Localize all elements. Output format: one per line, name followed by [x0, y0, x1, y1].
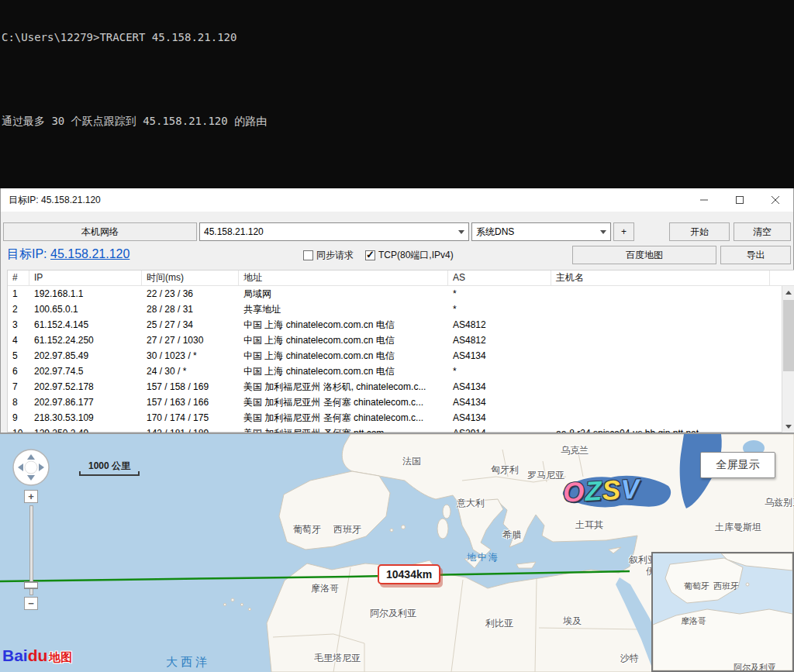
sea-label: 大西洋	[166, 655, 210, 670]
target-ip-label: 目标IP:	[7, 247, 47, 260]
minimap-label: 阿尔及利亚	[734, 662, 776, 672]
terminal-line: 通过最多 30 个跃点跟踪到 45.158.21.120 的路由	[2, 114, 794, 128]
screen: C:\Users\12279>TRACERT 45.158.21.120 通过最…	[0, 0, 794, 672]
ozsv-watermark: OZSV	[562, 473, 640, 508]
table-row[interactable]: 3 61.152.4.145 25 / 27 / 34 中国 上海 chinat…	[8, 317, 794, 333]
baidu-logo: Baidu地图	[2, 646, 72, 665]
table-scrollbar[interactable]	[782, 286, 794, 432]
table-row[interactable]: 2 100.65.0.1 28 / 28 / 31 共享地址 *	[8, 302, 794, 317]
table-row[interactable]: 9 218.30.53.109 170 / 174 / 175 美国 加利福尼亚…	[8, 410, 794, 426]
checkbox-unchecked-icon[interactable]	[303, 250, 313, 260]
map-label: 希腊	[502, 529, 521, 542]
table-row[interactable]: 6 202.97.74.5 24 / 30 / * 中国 上海 chinatel…	[8, 364, 794, 379]
add-target-button[interactable]: +	[613, 222, 634, 241]
local-network-button[interactable]: 本机网络	[3, 222, 197, 241]
map-label: 埃及	[563, 615, 582, 628]
scale-bar	[79, 471, 140, 476]
besttrace-window: 目标IP: 45.158.21.120 本机网络 系统DNS +	[0, 188, 794, 434]
hops-table: # IP 时间(ms) 地址 AS 主机名 1 192.168.1.1 22 /…	[7, 270, 794, 432]
baidu-map-button[interactable]: 百度地图	[572, 246, 716, 264]
map-label: 法国	[402, 455, 421, 468]
map-label: 意大利	[457, 497, 485, 510]
column-header-ip[interactable]: IP	[29, 271, 142, 285]
fullscreen-button[interactable]: 全屏显示	[700, 452, 775, 478]
chevron-down-icon[interactable]	[454, 223, 468, 240]
table-row[interactable]: 10 129.250.2.49 142 / 181 / 189 美国 加利福尼亚…	[8, 426, 794, 432]
zoom-in-button[interactable]: +	[24, 490, 38, 503]
distance-badge: 10434km	[378, 564, 440, 584]
minimize-button[interactable]	[686, 188, 722, 212]
target-ip-input[interactable]	[200, 226, 454, 237]
map-label: 利比亚	[485, 617, 513, 630]
column-header-as[interactable]: AS	[448, 271, 551, 285]
zoom-out-button[interactable]: −	[24, 597, 38, 610]
window-title: 目标IP: 45.158.21.120	[9, 194, 101, 207]
terminal-line: C:\Users\12279>TRACERT 45.158.21.120	[2, 30, 794, 44]
window-titlebar[interactable]: 目标IP: 45.158.21.120	[1, 188, 793, 212]
table-header[interactable]: # IP 时间(ms) 地址 AS 主机名	[8, 271, 794, 286]
minimap-label: 葡萄牙	[684, 581, 709, 592]
start-button[interactable]: 开始	[669, 222, 730, 241]
maximize-button[interactable]	[722, 188, 758, 212]
clear-button[interactable]: 清空	[734, 222, 791, 241]
terminal-line	[2, 156, 794, 170]
map-label: 西班牙	[333, 523, 361, 536]
chevron-down-icon[interactable]	[596, 223, 610, 240]
pan-control[interactable]	[12, 448, 50, 490]
column-header-host[interactable]: 主机名	[551, 271, 770, 285]
map-label: 葡萄牙	[293, 523, 321, 536]
zoom-slider-handle[interactable]	[24, 581, 38, 589]
checkbox-checked-icon[interactable]	[365, 250, 375, 260]
map-label: 乌克兰	[561, 444, 589, 457]
close-button[interactable]	[758, 188, 793, 212]
table-body: 1 192.168.1.1 22 / 23 / 36 局域网 * 2 100.6…	[8, 286, 794, 432]
target-ip-combobox[interactable]	[199, 222, 469, 241]
dns-select[interactable]: 系统DNS	[471, 222, 611, 241]
sync-request-label: 同步请求	[316, 249, 354, 262]
table-row[interactable]: 4 61.152.24.250 27 / 27 / 1030 中国 上海 chi…	[8, 333, 794, 348]
scrollbar-thumb[interactable]	[783, 300, 794, 371]
column-header-index[interactable]: #	[8, 271, 29, 285]
scroll-up-icon[interactable]	[782, 286, 794, 298]
table-row[interactable]: 5 202.97.85.49 30 / 1023 / * 中国 上海 china…	[8, 348, 794, 364]
map-label: 罗马尼亚	[527, 469, 564, 482]
map-label: 阿尔及利亚	[370, 607, 416, 620]
scroll-down-icon[interactable]	[782, 420, 794, 432]
map-panel[interactable]: 法国 匈牙利 罗马尼亚 乌克兰 意大利 葡萄牙 西班牙 希腊 土耳其 地中海 摩…	[0, 434, 794, 672]
overview-minimap[interactable]: 葡萄牙 西班牙 摩洛哥 阿尔及利亚	[651, 552, 794, 672]
target-ip-value[interactable]: 45.158.21.120	[50, 247, 129, 260]
terminal-window: C:\Users\12279>TRACERT 45.158.21.120 通过最…	[0, 0, 794, 188]
sync-request-checkbox[interactable]: 同步请求	[303, 249, 354, 262]
table-row[interactable]: 1 192.168.1.1 22 / 23 / 36 局域网 *	[8, 286, 794, 302]
map-label: 毛里塔尼亚	[314, 652, 361, 665]
table-row[interactable]: 8 202.97.86.177 157 / 163 / 166 美国 加利福尼亚…	[8, 395, 794, 410]
tcp-checkbox[interactable]: TCP(80端口,IPv4)	[365, 249, 454, 262]
dns-select-value: 系统DNS	[472, 226, 596, 239]
table-row[interactable]: 7 202.97.52.178 157 / 158 / 169 美国 加利福尼亚…	[8, 379, 794, 395]
minimap-label: 西班牙	[713, 581, 739, 592]
export-button[interactable]: 导出	[720, 246, 791, 264]
map-label: 土耳其	[575, 519, 603, 532]
map-label: 摩洛哥	[311, 582, 339, 595]
minimap-label: 摩洛哥	[681, 615, 706, 627]
map-label: 土库曼斯坦	[715, 521, 761, 534]
terminal-line	[2, 72, 794, 86]
column-header-time[interactable]: 时间(ms)	[142, 271, 239, 285]
tcp-label: TCP(80端口,IPv4)	[378, 249, 454, 262]
map-label: 乌兹别克斯坦	[765, 496, 794, 509]
target-ip-link[interactable]: 目标IP: 45.158.21.120	[7, 246, 129, 263]
map-label: 沙特	[620, 652, 639, 665]
map-label: 匈牙利	[491, 464, 519, 477]
sea-label: 地中海	[467, 551, 499, 564]
column-header-address[interactable]: 地址	[239, 271, 448, 285]
